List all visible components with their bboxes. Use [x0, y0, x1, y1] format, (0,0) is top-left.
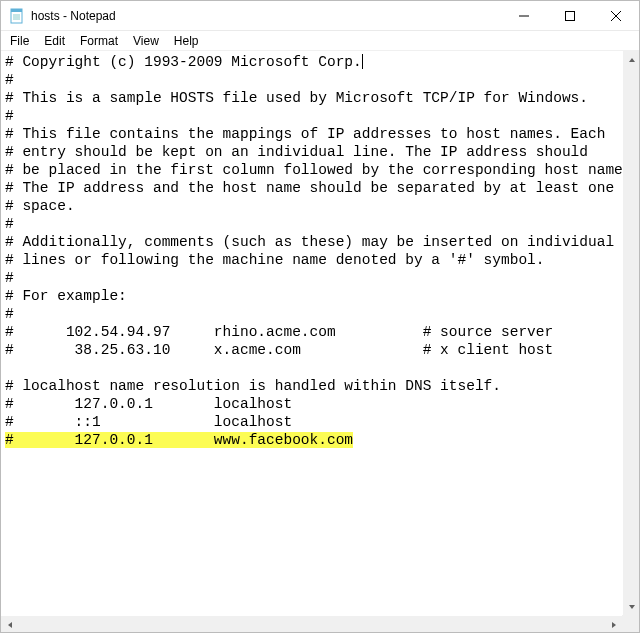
text-line: # The IP address and the host name shoul…: [5, 180, 614, 196]
title-bar[interactable]: hosts - Notepad: [1, 1, 639, 31]
horizontal-scrollbar[interactable]: [1, 615, 622, 632]
close-button[interactable]: [593, 1, 639, 31]
menu-view[interactable]: View: [126, 33, 167, 49]
text-line: #: [5, 72, 14, 88]
menu-help[interactable]: Help: [167, 33, 207, 49]
svg-rect-1: [11, 9, 22, 12]
svg-rect-6: [566, 11, 575, 20]
svg-marker-11: [8, 622, 12, 628]
notepad-icon: [9, 8, 25, 24]
vertical-scroll-track[interactable]: [623, 68, 639, 598]
text-line: # Copyright (c) 1993-2009 Microsoft Corp…: [5, 54, 362, 70]
text-line: #: [5, 270, 14, 286]
text-line: # localhost name resolution is handled w…: [5, 378, 501, 394]
text-line: #: [5, 108, 14, 124]
text-line: # lines or following the machine name de…: [5, 252, 545, 268]
menu-edit[interactable]: Edit: [37, 33, 73, 49]
text-line: # This file contains the mappings of IP …: [5, 126, 605, 142]
text-line: # 38.25.63.10 x.acme.com # x client host: [5, 342, 553, 358]
text-line: # This is a sample HOSTS file used by Mi…: [5, 90, 588, 106]
minimize-button[interactable]: [501, 1, 547, 31]
highlighted-line: # 127.0.0.1 www.facebook.com: [5, 432, 353, 448]
text-line: # 102.54.94.97 rhino.acme.com # source s…: [5, 324, 553, 340]
text-line: #: [5, 306, 14, 322]
text-line: # be placed in the first column followed…: [5, 162, 632, 178]
scroll-up-button[interactable]: [623, 51, 639, 68]
text-line: #: [5, 216, 14, 232]
menu-file[interactable]: File: [3, 33, 37, 49]
menu-format[interactable]: Format: [73, 33, 126, 49]
svg-marker-12: [612, 622, 616, 628]
text-line: # For example:: [5, 288, 127, 304]
text-line: # entry should be kept on an individual …: [5, 144, 588, 160]
text-line: # 127.0.0.1 localhost: [5, 396, 292, 412]
text-editor[interactable]: # Copyright (c) 1993-2009 Microsoft Corp…: [1, 51, 639, 632]
scrollbar-corner: [622, 615, 639, 632]
svg-marker-10: [629, 605, 635, 609]
scroll-right-button[interactable]: [605, 616, 622, 632]
maximize-button[interactable]: [547, 1, 593, 31]
vertical-scrollbar[interactable]: [622, 51, 639, 615]
scroll-left-button[interactable]: [1, 616, 18, 632]
text-line: # space.: [5, 198, 75, 214]
text-line: # ::1 localhost: [5, 414, 292, 430]
editor-area: # Copyright (c) 1993-2009 Microsoft Corp…: [1, 51, 639, 632]
svg-marker-9: [629, 58, 635, 62]
text-line: # Additionally, comments (such as these)…: [5, 234, 614, 250]
scroll-down-button[interactable]: [623, 598, 639, 615]
menu-bar: File Edit Format View Help: [1, 31, 639, 51]
horizontal-scroll-track[interactable]: [18, 616, 605, 632]
window-title: hosts - Notepad: [31, 9, 116, 23]
text-caret: [362, 54, 363, 69]
